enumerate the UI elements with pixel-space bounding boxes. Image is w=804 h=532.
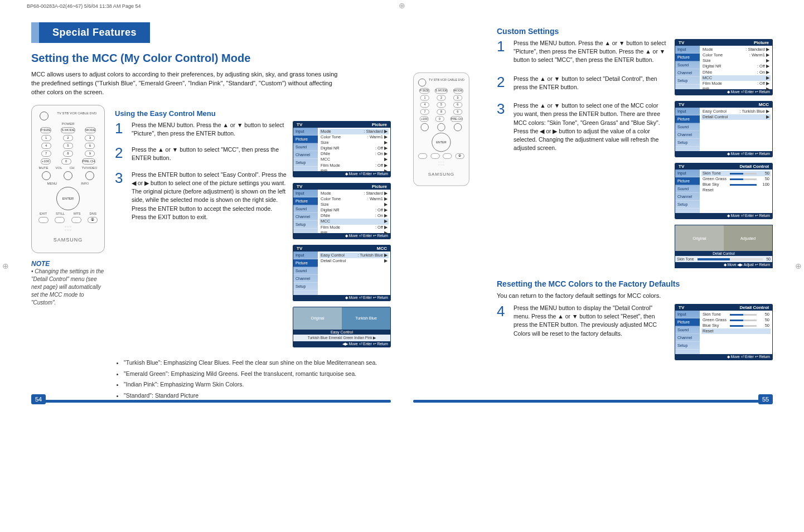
osd-mcc-right: TVMCC InputPictureSoundChannelSetupEasy … — [675, 101, 773, 157]
preview-easy-control: OriginalTurkish Blue Easy Control Turkis… — [293, 307, 391, 347]
reset-header: Resetting the MCC Colors to the Factory … — [497, 279, 773, 288]
samsung-logo: SAMSUNG — [35, 237, 101, 243]
mute-icon — [42, 171, 51, 180]
page-number-right: 55 — [758, 394, 773, 404]
page-left: Special Features Setting the MCC (My Col… — [31, 22, 391, 403]
osd-detail-control: TVDetail Control InputPictureSoundChanne… — [675, 163, 773, 219]
step-number: 1 — [115, 121, 126, 138]
osd-picture-mcc: TVPicture InputPictureSoundChannelSetup … — [293, 183, 391, 239]
crop-mark-left: ⊕ — [2, 262, 9, 270]
remote-button: P.SIZE — [40, 127, 51, 133]
nav-dpad: ENTER — [56, 187, 80, 210]
chapter-tab: Special Features — [31, 22, 150, 43]
footer-bar — [413, 400, 773, 403]
osd-sidebar: InputPictureSoundChannelSetup — [293, 128, 318, 171]
power-icon — [40, 112, 49, 120]
footer-bar — [31, 400, 391, 403]
step-text: Press the MENU button. Press the ▲ or ▼ … — [132, 121, 287, 138]
osd-detail-reset: TVDetail Control InputPictureSoundChanne… — [675, 304, 773, 360]
preview-detail-control: OriginalAdjusted Detail Control Skin Ton… — [675, 225, 773, 268]
page-right: TV STB VCR CABLE DVD P.SIZES.MODEMODE 12… — [413, 22, 773, 403]
intro-text: MCC allows users to adjust colors to acc… — [31, 70, 343, 97]
reset-intro: You can return to the factory default se… — [497, 292, 773, 301]
easy-control-header: Using the Easy Control Menu — [115, 109, 391, 118]
osd-mcc: TVMCC InputPictureSoundChannelSetup Easy… — [293, 245, 391, 301]
note-body: • Changing the settings in the "Detail C… — [31, 268, 105, 307]
custom-settings-header: Custom Settings — [497, 27, 773, 36]
remote-control-figure: TV STB VCR CABLE DVD POWER P.SIZES.MODEM… — [31, 105, 105, 253]
osd-picture-right: TVPicture InputPictureSoundChannelSetupM… — [675, 39, 773, 95]
note-header: NOTE — [31, 260, 105, 268]
section-title: Setting the MCC (My Color Control) Mode — [31, 52, 391, 65]
crop-mark-right: ⊕ — [795, 262, 802, 270]
osd-picture: TVPicture InputPictureSoundChannelSetup … — [293, 121, 391, 177]
mode-descriptions: "Turkish Blue": Emphasizing Clear Blues.… — [115, 359, 391, 400]
remote-control-figure-2: TV STB VCR CABLE DVD P.SIZES.MODEMODE 12… — [413, 72, 469, 186]
crop-mark-top: ⊕ — [399, 1, 405, 10]
page-marker: BP68-00283A-02(46~67) 5/6/04 11:38 AM Pa… — [27, 3, 141, 9]
page-number-left: 54 — [31, 394, 46, 404]
